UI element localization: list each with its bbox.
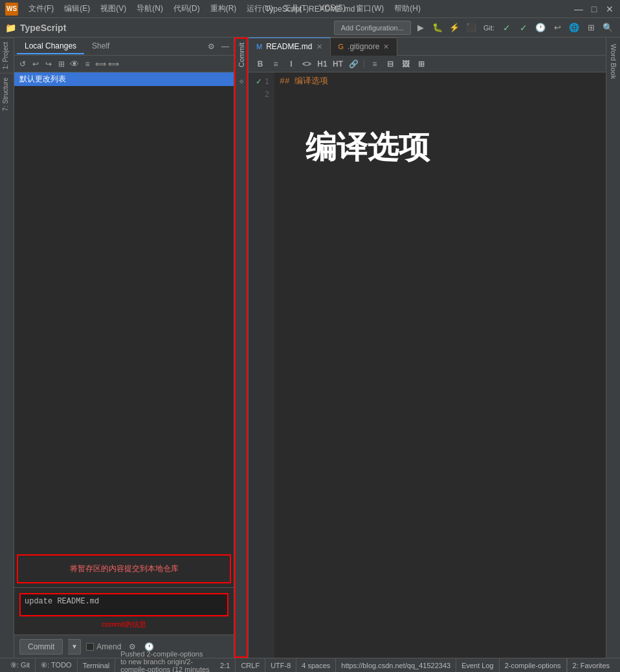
filter-btn[interactable]: ⟺: [107, 58, 119, 70]
code-button[interactable]: <>: [300, 58, 313, 70]
gitignore-tab-icon: G: [338, 43, 344, 50]
favorites-label: 2: Favorites: [573, 662, 610, 669]
debug-button[interactable]: 🐛: [430, 21, 445, 35]
search-button[interactable]: 🔍: [601, 21, 615, 35]
window-title: TypeScript - README.md: [265, 5, 355, 14]
tab-local-changes[interactable]: Local Changes: [17, 39, 84, 54]
status-terminal-item[interactable]: Terminal: [78, 658, 116, 673]
editor-text-area[interactable]: ## 编译选项 编译选项: [274, 72, 606, 658]
move-btn[interactable]: ⊞: [56, 58, 67, 70]
panel-tab-actions: ⚙ —: [205, 41, 231, 52]
status-branch[interactable]: 2-compile-options: [500, 658, 567, 673]
restore-button[interactable]: ⊞: [584, 21, 598, 35]
minimize-panel-btn[interactable]: —: [219, 41, 231, 52]
italic-button[interactable]: I: [285, 58, 298, 70]
commit-side-strip: Commit ⬦: [234, 38, 249, 658]
menu-refactor[interactable]: 重构(R): [208, 2, 239, 16]
status-encoding[interactable]: UTF-8: [265, 658, 296, 673]
refresh-btn[interactable]: ↺: [17, 58, 28, 70]
minimize-button[interactable]: —: [573, 4, 584, 14]
status-favorites[interactable]: 2: Favorites: [567, 658, 615, 673]
coverage-button[interactable]: ⚡: [447, 21, 461, 35]
commit-annotation-box: 将暂存区的内容提交到本地仓库: [17, 554, 231, 583]
sort-btn[interactable]: ⟺: [94, 58, 106, 70]
preview-area: 编译选项: [280, 114, 601, 181]
h1-button[interactable]: H1: [316, 58, 329, 70]
readme-tab-label: README.md: [266, 42, 312, 51]
status-bar: ⑨: Git ⑥: TODO Terminal Pushed 2-compile…: [0, 658, 620, 672]
status-git-item[interactable]: ⑨: Git: [5, 658, 36, 673]
status-line-ending[interactable]: CRLF: [236, 658, 265, 673]
run-button[interactable]: ▶: [414, 21, 428, 35]
git-clock-btn[interactable]: 🕐: [533, 21, 548, 35]
git-label: Git:: [481, 24, 497, 32]
layout-list-btn[interactable]: ≡: [368, 58, 381, 70]
layout-img-btn[interactable]: 🖼: [399, 58, 412, 70]
status-todo-item[interactable]: ⑥: TODO: [36, 658, 78, 673]
amend-checkbox[interactable]: [86, 643, 94, 651]
menu-help[interactable]: 帮助(H): [392, 2, 423, 16]
sidebar-item-project[interactable]: 1: Project: [0, 38, 14, 73]
line-num-1: 1: [265, 75, 269, 88]
line-number-1: ✓ 1: [256, 75, 269, 88]
redo-btn[interactable]: ↪: [43, 58, 54, 70]
status-cursor-pos[interactable]: 2:1: [215, 658, 236, 673]
encoding-label: UTF-8: [271, 662, 291, 669]
settings-icon-btn[interactable]: ⚙: [205, 41, 217, 52]
changes-list: 默认更改列表: [14, 72, 234, 550]
undo-btn[interactable]: ↩: [30, 58, 41, 70]
layout-table-btn[interactable]: ⊞: [415, 58, 428, 70]
status-indent[interactable]: 4 spaces: [296, 658, 336, 673]
link-button[interactable]: 🔗: [347, 58, 360, 70]
add-configuration-button[interactable]: Add Configuration...: [334, 21, 411, 35]
gitignore-tab-close[interactable]: ✕: [383, 43, 389, 51]
commit-message-input[interactable]: [19, 593, 228, 616]
title-bar: WS 文件(F) 编辑(E) 视图(V) 导航(N) 代码(D) 重构(R) 运…: [0, 0, 620, 18]
strikethrough-button[interactable]: ≡: [269, 58, 282, 70]
menu-edit[interactable]: 编辑(E): [61, 2, 93, 16]
csdn-label: https://blog.csdn.net/qq_41522343: [341, 662, 450, 669]
git-check-btn[interactable]: ✓: [516, 21, 531, 35]
tab-shelf[interactable]: Shelf: [84, 39, 117, 54]
close-button[interactable]: ✕: [604, 4, 615, 14]
commit-dropdown-button[interactable]: ▼: [68, 639, 81, 655]
menu-nav[interactable]: 导航(N): [134, 2, 166, 16]
menu-window[interactable]: 窗口(W): [353, 2, 386, 16]
git-revert-btn[interactable]: ↩: [550, 21, 564, 35]
bold-button[interactable]: B: [254, 58, 267, 70]
left-sidebar-strip: 1: Project 7: Structure: [0, 38, 14, 658]
commit-button[interactable]: Commit: [19, 639, 63, 655]
code-line-2: [280, 88, 601, 101]
readme-tab-close[interactable]: ✕: [316, 43, 322, 51]
line-numbers: ✓ 1 2: [249, 72, 274, 658]
event-log-label: Event Log: [461, 662, 494, 669]
right-gutter: Word Book: [606, 38, 620, 658]
menu-code[interactable]: 代码(D): [171, 2, 203, 16]
editor-tab-gitignore[interactable]: G .gitignore ✕: [331, 38, 398, 56]
commit-msg-annotation: commit的信息: [19, 620, 228, 629]
editor-tab-readme[interactable]: M README.md ✕: [249, 38, 331, 56]
translate-button[interactable]: 🌐: [567, 21, 581, 35]
panel-tabs: Local Changes Shelf ⚙ —: [14, 38, 234, 56]
line-ending-label: CRLF: [241, 662, 260, 669]
editor-content: ✓ 1 2 ## 编译选项 编译选项: [249, 72, 606, 658]
git-tick-icon[interactable]: ✓: [500, 21, 514, 35]
ht-button[interactable]: HT: [331, 58, 344, 70]
git-section: Git: ✓ ✓ 🕐 ↩: [481, 21, 564, 35]
sidebar-item-structure[interactable]: 7: Structure: [0, 73, 14, 115]
word-book-tab[interactable]: Word Book: [608, 40, 619, 83]
layout-split-btn[interactable]: ⊟: [384, 58, 397, 70]
menu-view[interactable]: 视图(V): [98, 2, 129, 16]
menu-file[interactable]: 文件(F): [26, 2, 56, 16]
commit-side-icon[interactable]: ⬦: [236, 72, 247, 88]
commit-side-label[interactable]: Commit: [236, 38, 247, 72]
commit-message-area: commit的信息: [14, 587, 234, 634]
status-event-log[interactable]: Event Log: [456, 658, 500, 673]
expand-btn[interactable]: 👁: [69, 58, 80, 70]
maximize-button[interactable]: □: [589, 4, 599, 14]
status-csdn-link[interactable]: https://blog.csdn.net/qq_41522343: [336, 658, 456, 673]
middle-row: 1: Project 7: Structure Local Changes Sh…: [0, 38, 620, 658]
profile-button[interactable]: ⬛: [464, 21, 478, 35]
list-btn[interactable]: ≡: [82, 58, 93, 70]
changes-group-default[interactable]: 默认更改列表: [14, 72, 234, 86]
